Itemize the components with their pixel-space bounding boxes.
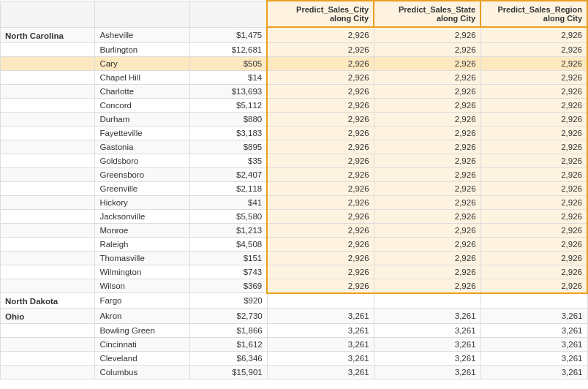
cell-city: Hickory <box>95 195 189 209</box>
cell-city: Burlington <box>95 42 189 56</box>
cell-sales: $35 <box>189 154 267 167</box>
cell-predict-1: 3,261 <box>267 366 374 379</box>
cell-sales: $14 <box>189 70 267 84</box>
cell-predict-2: 2,926 <box>374 181 480 195</box>
cell-predict-2: 2,926 <box>374 167 480 181</box>
cell-city: Akron <box>95 309 189 324</box>
table-row: Fayetteville$3,1832,9262,9262,926 <box>1 126 588 140</box>
cell-state <box>1 181 95 195</box>
cell-predict-1: 2,926 <box>267 195 374 209</box>
cell-predict-3: 2,926 <box>480 167 587 181</box>
cell-predict-2: 2,926 <box>374 209 480 223</box>
cell-predict-1: 2,926 <box>267 181 374 195</box>
cell-sales: $15,901 <box>189 366 267 379</box>
cell-predict-1: 3,261 <box>267 309 374 324</box>
cell-city: Charlotte <box>95 84 189 98</box>
cell-predict-2: 2,926 <box>374 279 480 293</box>
cell-predict-1: 2,926 <box>267 279 374 293</box>
cell-predict-3: 2,926 <box>480 265 587 279</box>
cell-predict-1: 2,926 <box>267 154 374 167</box>
table-row: Burlington$12,6812,9262,9262,926 <box>1 42 588 56</box>
cell-predict-2: 3,261 <box>374 352 480 366</box>
cell-predict-1 <box>267 293 374 309</box>
cell-state <box>1 56 95 70</box>
cell-sales: $41 <box>189 195 267 209</box>
cell-predict-3: 2,926 <box>480 209 587 223</box>
cell-sales: $369 <box>189 279 267 293</box>
cell-predict-2: 2,926 <box>374 56 480 70</box>
cell-sales: $880 <box>189 112 267 126</box>
cell-state <box>1 265 95 279</box>
cell-predict-1: 2,926 <box>267 140 374 154</box>
cell-state <box>1 223 95 237</box>
cell-predict-3: 2,926 <box>480 27 587 42</box>
cell-predict-2: 2,926 <box>374 265 480 279</box>
table-row: Gastonia$8952,9262,9262,926 <box>1 140 588 154</box>
cell-state <box>1 209 95 223</box>
table-row: Bowling Green$1,8663,2613,2613,261 <box>1 324 588 338</box>
cell-predict-1: 2,926 <box>267 209 374 223</box>
table-row: Greensboro$2,4072,9262,9262,926 <box>1 167 588 181</box>
cell-predict-2: 2,926 <box>374 223 480 237</box>
cell-sales: $6,346 <box>189 352 267 366</box>
cell-city: Greensboro <box>95 167 189 181</box>
cell-state <box>1 84 95 98</box>
table-header: Predict_Sales_City along City Predict_Sa… <box>1 1 588 27</box>
cell-sales: $1,475 <box>189 27 267 42</box>
cell-city: Concord <box>95 98 189 112</box>
cell-predict-3: 2,926 <box>480 223 587 237</box>
cell-predict-1: 2,926 <box>267 42 374 56</box>
cell-city: Raleigh <box>95 237 189 251</box>
cell-city: Durham <box>95 112 189 126</box>
cell-predict-1: 3,261 <box>267 338 374 352</box>
cell-sales: $13,693 <box>189 84 267 98</box>
table-row: Cincinnati$1,6123,2613,2613,261 <box>1 338 588 352</box>
cell-predict-2: 2,926 <box>374 140 480 154</box>
cell-predict-3: 2,926 <box>480 237 587 251</box>
cell-predict-3: 3,261 <box>480 352 587 366</box>
cell-state <box>1 324 95 338</box>
table-row: Chapel Hill$142,9262,9262,926 <box>1 70 588 84</box>
cell-city: Thomasville <box>95 251 189 265</box>
cell-predict-3: 2,926 <box>480 126 587 140</box>
cell-predict-1: 2,926 <box>267 265 374 279</box>
cell-sales: $2,407 <box>189 167 267 181</box>
cell-state <box>1 366 95 379</box>
cell-predict-2: 3,261 <box>374 324 480 338</box>
cell-sales: $2,118 <box>189 181 267 195</box>
cell-state <box>1 279 95 293</box>
cell-sales: $2,730 <box>189 309 267 324</box>
cell-state <box>1 237 95 251</box>
table-row: Wilson$3692,9262,9262,926 <box>1 279 588 293</box>
cell-sales: $1,866 <box>189 324 267 338</box>
cell-predict-2: 2,926 <box>374 42 480 56</box>
cell-state: Ohio <box>1 309 95 324</box>
table-body: North CarolinaAsheville$1,4752,9262,9262… <box>1 27 588 379</box>
table-row: North DakotaFargo$920 <box>1 293 588 309</box>
cell-state <box>1 70 95 84</box>
cell-predict-1: 2,926 <box>267 167 374 181</box>
table-row: Jacksonville$5,5802,9262,9262,926 <box>1 209 588 223</box>
table-row: Raleigh$4,5082,9262,9262,926 <box>1 237 588 251</box>
cell-city: Cincinnati <box>95 338 189 352</box>
table-row: Wilmington$7432,9262,9262,926 <box>1 265 588 279</box>
cell-state <box>1 338 95 352</box>
table-row: Monroe$1,2132,9262,9262,926 <box>1 223 588 237</box>
cell-state <box>1 112 95 126</box>
cell-city: Monroe <box>95 223 189 237</box>
cell-predict-3: 2,926 <box>480 98 587 112</box>
cell-predict-1: 3,261 <box>267 324 374 338</box>
cell-city: Cleveland <box>95 352 189 366</box>
cell-city: Greenville <box>95 181 189 195</box>
cell-predict-2: 2,926 <box>374 195 480 209</box>
cell-predict-1: 2,926 <box>267 112 374 126</box>
cell-predict-2: 2,926 <box>374 251 480 265</box>
cell-predict-3: 2,926 <box>480 56 587 70</box>
cell-predict-3: 2,926 <box>480 251 587 265</box>
cell-predict-3: 2,926 <box>480 195 587 209</box>
cell-sales: $1,213 <box>189 223 267 237</box>
cell-state <box>1 98 95 112</box>
cell-predict-3: 2,926 <box>480 42 587 56</box>
cell-sales: $1,612 <box>189 338 267 352</box>
cell-predict-2: 2,926 <box>374 237 480 251</box>
